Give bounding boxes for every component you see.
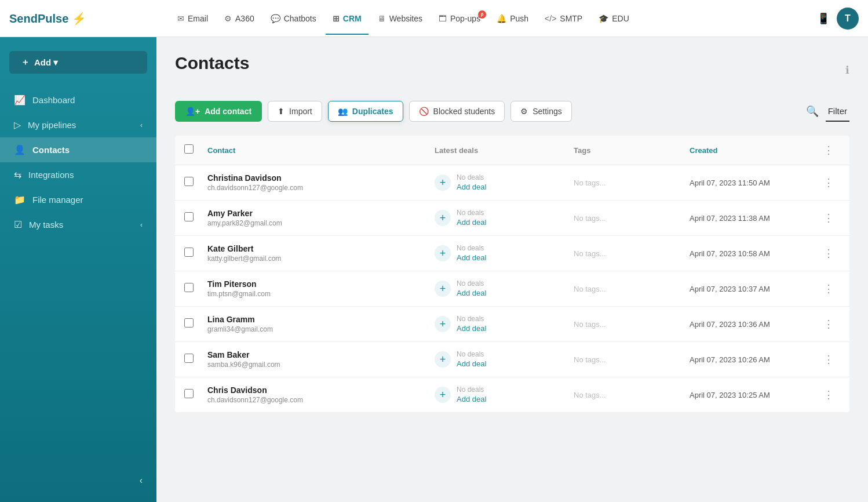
row-more-6[interactable]: ⋮ bbox=[817, 388, 840, 401]
add-deal-btn-3[interactable]: + bbox=[435, 281, 451, 297]
popups-icon: 🗔 bbox=[439, 14, 447, 23]
nav-chatbots[interactable]: 💬 Chatbots bbox=[264, 9, 323, 28]
table-row: Lina Gramm gramli34@gmail.com + No deals… bbox=[175, 307, 849, 342]
my-tasks-icon: ☑ bbox=[14, 219, 22, 230]
nav-chatbots-label: Chatbots bbox=[284, 14, 316, 23]
sidebar-item-my-tasks[interactable]: ☑ My tasks ‹ bbox=[0, 212, 156, 237]
add-icon: ＋ bbox=[21, 57, 30, 68]
add-deal-btn-6[interactable]: + bbox=[435, 387, 451, 403]
nav-websites[interactable]: 🖥 Websites bbox=[371, 9, 429, 28]
contact-email-5: samba.k96@gmail.com bbox=[207, 361, 435, 369]
add-deal-link-6[interactable]: Add deal bbox=[457, 395, 486, 403]
nav-edu[interactable]: 🎓 EDU bbox=[592, 9, 636, 28]
nav-email[interactable]: ✉ Email bbox=[170, 9, 215, 28]
edu-icon: 🎓 bbox=[599, 14, 608, 23]
add-deal-btn-0[interactable]: + bbox=[435, 174, 451, 191]
add-deal-btn-1[interactable]: + bbox=[435, 210, 451, 226]
search-icon[interactable]: 🔍 bbox=[806, 105, 819, 118]
row-checkbox-2[interactable] bbox=[184, 248, 194, 257]
sidebar-item-integrations[interactable]: ⇆ Integrations bbox=[0, 162, 156, 187]
settings-button[interactable]: ⚙ Settings bbox=[510, 101, 572, 122]
add-contact-button[interactable]: 👤+ Add contact bbox=[175, 101, 262, 122]
beta-badge: β bbox=[478, 10, 486, 19]
add-deal-link-2[interactable]: Add deal bbox=[457, 253, 486, 262]
nav-a360[interactable]: ⚙ A360 bbox=[217, 9, 261, 28]
row-checkbox-5[interactable] bbox=[184, 354, 194, 363]
deals-info-5: No deals Add deal bbox=[457, 350, 486, 369]
table-more-options[interactable]: ⋮ bbox=[817, 144, 840, 157]
no-deals-1: No deals bbox=[457, 209, 486, 217]
logo: SendPulse ⚡ bbox=[9, 12, 86, 26]
add-contact-label: Add contact bbox=[205, 107, 251, 116]
contacts-icon: 👤 bbox=[14, 144, 25, 155]
row-more-3[interactable]: ⋮ bbox=[817, 282, 840, 295]
col-created: Created bbox=[690, 146, 817, 155]
import-button[interactable]: ⬆ Import bbox=[268, 101, 322, 122]
sidebar-item-pipelines[interactable]: ▷ My pipelines ‹ bbox=[0, 112, 156, 137]
nav-push[interactable]: 🔔 Push bbox=[490, 9, 535, 28]
sidebar-item-file-manager[interactable]: 📁 File manager bbox=[0, 187, 156, 212]
col-tags: Tags bbox=[574, 146, 690, 155]
nav-smtp-label: SMTP bbox=[560, 14, 582, 23]
row-more-1[interactable]: ⋮ bbox=[817, 212, 840, 224]
row-more-4[interactable]: ⋮ bbox=[817, 318, 840, 330]
row-deals-3: + No deals Add deal bbox=[435, 279, 574, 298]
row-checkbox-cell-4 bbox=[184, 318, 207, 330]
chatbots-icon: 💬 bbox=[271, 14, 280, 23]
contacts-table: Contact Latest deals Tags Created ⋮ Chri… bbox=[175, 136, 849, 413]
row-checkbox-4[interactable] bbox=[184, 318, 194, 328]
import-label: Import bbox=[289, 107, 312, 116]
nav-popups-label: Pop-ups bbox=[450, 14, 480, 23]
row-more-2[interactable]: ⋮ bbox=[817, 247, 840, 260]
add-deal-link-3[interactable]: Add deal bbox=[457, 289, 486, 297]
row-checkbox-1[interactable] bbox=[184, 212, 194, 221]
contact-name-3: Tim Piterson bbox=[207, 279, 435, 289]
row-more-5[interactable]: ⋮ bbox=[817, 353, 840, 366]
sidebar-item-contacts-label: Contacts bbox=[32, 145, 70, 155]
add-button[interactable]: ＋ Add ▾ bbox=[9, 51, 147, 74]
row-checkbox-3[interactable] bbox=[184, 283, 194, 292]
add-deal-link-0[interactable]: Add deal bbox=[457, 183, 486, 191]
sidebar-collapse-button[interactable]: ‹ bbox=[0, 468, 156, 493]
add-deal-btn-5[interactable]: + bbox=[435, 351, 451, 368]
nav-edu-label: EDU bbox=[612, 14, 629, 23]
deals-info-2: No deals Add deal bbox=[457, 244, 486, 263]
nav-smtp[interactable]: </> SMTP bbox=[538, 9, 589, 28]
mobile-icon[interactable]: 📱 bbox=[817, 12, 830, 25]
toolbar-right: 🔍 Filter bbox=[806, 101, 849, 122]
deals-info-4: No deals Add deal bbox=[457, 315, 486, 333]
row-created-0: April 07, 2023 11:50 AM bbox=[690, 179, 817, 187]
select-all-checkbox[interactable] bbox=[184, 144, 194, 154]
row-deals-0: + No deals Add deal bbox=[435, 173, 574, 192]
add-deal-btn-2[interactable]: + bbox=[435, 245, 451, 261]
avatar[interactable]: T bbox=[837, 8, 859, 30]
add-deal-link-1[interactable]: Add deal bbox=[457, 218, 486, 227]
duplicates-button[interactable]: 👥 Duplicates bbox=[328, 101, 403, 122]
row-contact-0: Christina Davidson ch.davidsonn127@googl… bbox=[207, 173, 435, 192]
no-deals-6: No deals bbox=[457, 385, 486, 394]
toolbar: 👤+ Add contact ⬆ Import 👥 Duplicates 🚫 B… bbox=[175, 101, 849, 122]
nav-crm-label: CRM bbox=[343, 14, 362, 23]
nav-crm[interactable]: ⊞ CRM bbox=[326, 9, 369, 28]
add-deal-link-5[interactable]: Add deal bbox=[457, 359, 486, 368]
blocked-students-button[interactable]: 🚫 Blocked students bbox=[409, 101, 505, 122]
nav-popups[interactable]: 🗔 Pop-ups β bbox=[432, 9, 487, 28]
filter-button[interactable]: Filter bbox=[826, 101, 849, 122]
contact-name-5: Sam Baker bbox=[207, 350, 435, 359]
row-contact-2: Kate Gilbert katty.gilbert@gmail.com bbox=[207, 244, 435, 263]
row-checkbox-0[interactable] bbox=[184, 177, 194, 186]
row-more-0[interactable]: ⋮ bbox=[817, 176, 840, 189]
deals-info-3: No deals Add deal bbox=[457, 279, 486, 298]
add-deal-btn-4[interactable]: + bbox=[435, 316, 451, 332]
col-contact: Contact bbox=[207, 146, 435, 155]
no-deals-0: No deals bbox=[457, 173, 486, 181]
table-row: Sam Baker samba.k96@gmail.com + No deals… bbox=[175, 342, 849, 377]
info-icon[interactable]: ℹ bbox=[845, 64, 849, 77]
sidebar-item-contacts[interactable]: 👤 Contacts bbox=[0, 137, 156, 162]
sidebar-item-dashboard[interactable]: 📈 Dashboard bbox=[0, 88, 156, 112]
nav-a360-label: A360 bbox=[235, 14, 254, 23]
add-deal-link-4[interactable]: Add deal bbox=[457, 324, 486, 333]
contact-email-0: ch.davidsonn127@google.com bbox=[207, 184, 435, 192]
row-checkbox-6[interactable] bbox=[184, 389, 194, 398]
dashboard-icon: 📈 bbox=[14, 94, 25, 106]
